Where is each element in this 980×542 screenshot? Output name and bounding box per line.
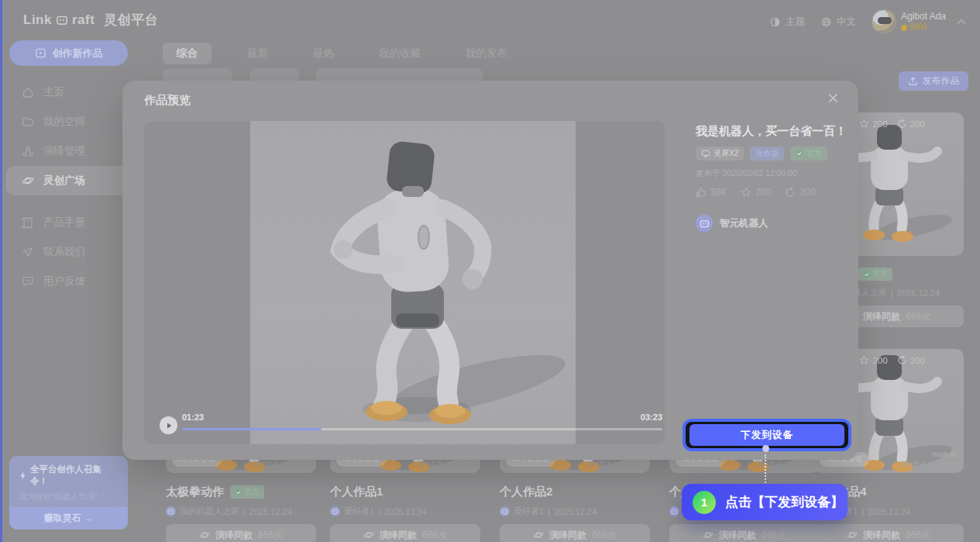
check-circle-icon (863, 271, 871, 278)
logo-text-cn: 灵创平台 (104, 11, 158, 29)
sort-tabs: 综合 最新 最热 我的收藏 我的发布 (163, 43, 517, 64)
highlight-frame: 下发到设备 (686, 422, 848, 448)
official-badge: 官方 (858, 268, 892, 281)
device-tag: 灵犀X2 (696, 147, 744, 161)
work-details-panel: 我是机器人，买一台省一百！ 灵犀X2 青春版 官方 发布于 2020/02/02… (696, 124, 858, 232)
promo-title: 全平台创作人召集令！ (19, 464, 119, 487)
app-logo: Linkraft 灵创平台 (23, 11, 158, 29)
work-stats: 38K 200 200 (696, 187, 858, 198)
edition-tag: 青春版 (750, 147, 784, 161)
video-player: 01:23 03:23 (144, 121, 665, 444)
tab-comprehensive[interactable]: 综合 (163, 43, 211, 64)
nav-divider (6, 195, 130, 208)
nodes-icon (22, 145, 34, 157)
language-label: 中文 (837, 16, 856, 29)
thumb-star-icon (859, 355, 869, 365)
left-accent-strip (0, 0, 2, 542)
author-row[interactable]: 智元机器人 (696, 215, 858, 232)
theme-label: 主题 (786, 16, 805, 29)
work-meta: 爱好者1 | 2025.12.24 (330, 506, 480, 517)
header-right: 主题 中文 Agibot Ada 5000 (769, 0, 966, 43)
earn-gems-button[interactable]: 赚取灵石 → (9, 507, 128, 530)
star-icon[interactable] (741, 187, 751, 198)
promo-subtitle: 成为首批"机器人导演" ！ (19, 492, 119, 502)
language-switcher[interactable]: 中文 (820, 16, 856, 29)
sidebar-item-my-space[interactable]: 我的空间 (6, 107, 130, 136)
user-menu[interactable]: Agibot Ada 5000 (872, 9, 966, 34)
work-meta: 我的机器人之家 | 2025.12.24 (166, 506, 316, 517)
app-root: Linkraft 灵创平台 主题 中文 Agibot Ada 5000 创作新作… (0, 0, 980, 542)
remix-button[interactable]: 演绎同款 666次 (330, 524, 480, 542)
theme-icon (769, 16, 781, 28)
tab-newest[interactable]: 最新 (238, 43, 277, 64)
work-tags: 灵犀X2 青春版 官方 (696, 147, 858, 161)
tab-my-posts[interactable]: 我的发布 (456, 43, 517, 64)
theme-toggle[interactable]: 主题 (769, 16, 805, 29)
logo-text-suffix: raft (72, 12, 95, 28)
remix-button[interactable]: 演绎同款 666次 (500, 524, 650, 542)
work-title-row: 个人作品2 (500, 485, 650, 499)
feedback-chat-icon (22, 275, 34, 288)
deploy-to-device-button[interactable]: 下发到设备 (689, 424, 844, 446)
close-icon[interactable] (828, 93, 838, 103)
sidebar-item-product-manual[interactable]: 产品手册 (6, 208, 130, 237)
sidebar-item-contact-us[interactable]: 联系我们 (6, 237, 130, 267)
current-time: 01:23 (182, 413, 204, 422)
author-avatar-icon (166, 506, 176, 516)
remix-button[interactable]: 演绎同款 666次 (166, 524, 316, 542)
tab-hottest[interactable]: 最热 (304, 43, 343, 64)
coin-icon (901, 25, 907, 31)
remix-button[interactable]: 演绎同款 666次 (813, 524, 964, 542)
share-icon[interactable] (785, 187, 796, 198)
lightning-icon (19, 471, 27, 481)
tour-step-text: 点击【下发到设备】 (725, 493, 844, 511)
publish-work-button[interactable]: 发布作品 (899, 71, 968, 91)
create-icon (35, 47, 46, 59)
work-title: 我是机器人，买一台省一百！ (696, 124, 858, 139)
thumb-share-icon (897, 355, 907, 365)
remix-icon (199, 530, 210, 540)
like-icon[interactable] (696, 187, 707, 198)
play-button[interactable] (160, 416, 177, 434)
user-name: Agibot Ada (901, 11, 946, 22)
globe-icon (820, 16, 832, 28)
modal-title: 作品预览 (144, 93, 191, 108)
work-preview-modal: 作品预览 01:23 03:23 我是机器人，买一台省一百！ 灵犀X2 青春版 (122, 81, 858, 460)
sidebar-item-home[interactable]: 主页 (6, 78, 130, 107)
work-title-row: 个人作品1 (330, 485, 480, 499)
tab-my-favorites[interactable]: 我的收藏 (370, 43, 430, 64)
thumb-star-icon (859, 119, 869, 129)
user-avatar (872, 9, 896, 34)
book-icon (22, 216, 34, 229)
home-icon (22, 86, 34, 98)
author-avatar-icon (500, 506, 510, 516)
author-avatar (696, 215, 713, 232)
total-time: 03:23 (641, 413, 662, 422)
check-circle-icon (235, 488, 242, 496)
progress-bar[interactable] (182, 428, 662, 430)
author-avatar-icon (669, 506, 679, 516)
user-coins: 5000 (901, 22, 946, 33)
thumb-share-icon (897, 119, 907, 129)
sidebar-item-performance-mgmt[interactable]: 演绎管理 (6, 136, 130, 166)
work-meta: 爱好者1 | 2025.12.24 (500, 506, 650, 517)
remix-button[interactable]: 演绎同款 666次 (669, 524, 820, 542)
upload-icon (908, 76, 918, 86)
watermark: made by智元机器人 | 灵犀X2 (902, 451, 958, 468)
planet-icon (22, 174, 34, 187)
remix-icon (703, 530, 714, 540)
remix-icon (533, 530, 544, 540)
sidebar-item-user-feedback[interactable]: 用户反馈 (6, 267, 130, 296)
author-name: 智元机器人 (720, 217, 769, 230)
paper-plane-icon (22, 246, 34, 258)
device-icon (701, 150, 710, 157)
sidebar-item-creative-plaza[interactable]: 灵创广场 (6, 166, 130, 195)
remix-icon (363, 530, 374, 540)
tour-connector-line (765, 454, 766, 485)
remix-icon (847, 530, 858, 540)
video-frame (250, 121, 576, 444)
official-badge: 官方 (230, 485, 264, 499)
check-circle-icon (796, 150, 803, 157)
create-work-button[interactable]: 创作新作品 (9, 40, 128, 66)
work-title-row: 太极拳动作 官方 (166, 485, 316, 499)
